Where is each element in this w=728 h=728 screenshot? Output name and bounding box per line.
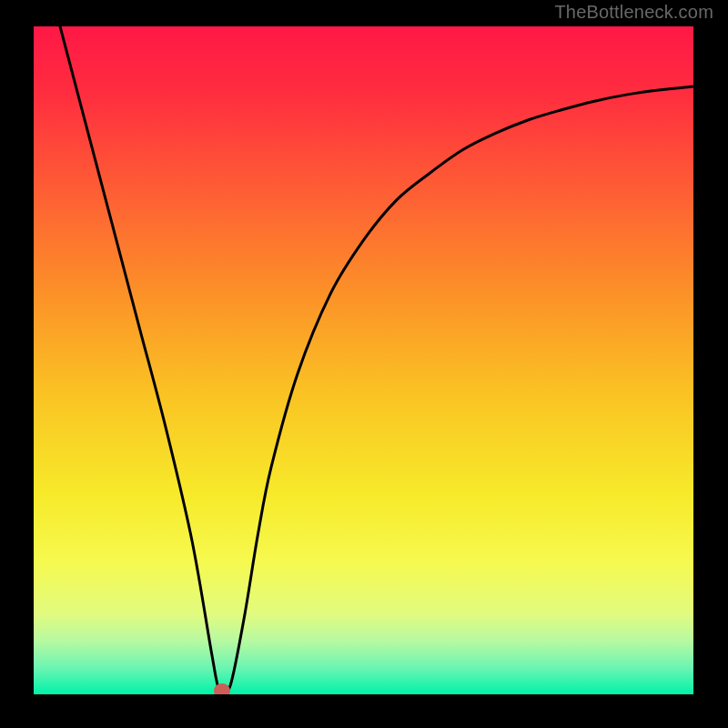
bottleneck-curve xyxy=(34,26,693,694)
plot-area xyxy=(34,26,693,694)
watermark-text: TheBottleneck.com xyxy=(554,2,713,23)
chart-frame: TheBottleneck.com xyxy=(0,0,728,728)
optimal-point-marker xyxy=(214,683,230,694)
